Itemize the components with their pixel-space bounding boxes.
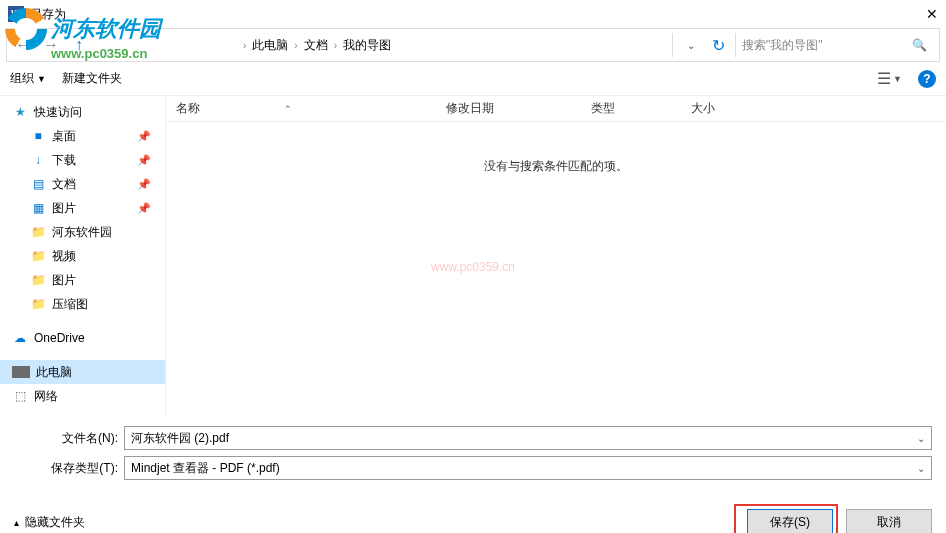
sidebar-item-label: OneDrive xyxy=(34,331,85,345)
sidebar-item[interactable]: 📁河东软件园 xyxy=(0,220,165,244)
column-date[interactable]: 修改日期 xyxy=(436,100,581,117)
folder-icon: ▦ xyxy=(30,200,46,216)
forward-button[interactable]: → xyxy=(39,33,63,57)
help-button[interactable]: ? xyxy=(918,70,936,88)
filetype-select[interactable]: Mindjet 查看器 - PDF (*.pdf) ⌄ xyxy=(124,456,932,480)
view-button[interactable]: ☰ ▼ xyxy=(877,69,902,88)
chevron-down-icon: ▼ xyxy=(37,74,46,84)
sidebar-item[interactable]: 此电脑 xyxy=(0,360,165,384)
sidebar-item-label: 桌面 xyxy=(52,128,76,145)
sidebar-item[interactable]: 📁图片 xyxy=(0,268,165,292)
folder-icon: ↓ xyxy=(30,152,46,168)
sidebar-item[interactable]: ★快速访问 xyxy=(0,100,165,124)
hide-folders-button[interactable]: ▴ 隐藏文件夹 xyxy=(14,514,85,531)
sidebar-item[interactable]: 📁视频 xyxy=(0,244,165,268)
file-list: 名称 ⌃ 修改日期 类型 大小 没有与搜索条件匹配的项。 www.pc0359.… xyxy=(165,96,946,416)
sidebar-item-label: 网络 xyxy=(34,388,58,405)
back-button[interactable]: ← xyxy=(11,33,35,57)
sidebar-item-label: 下载 xyxy=(52,152,76,169)
search-icon: 🔍 xyxy=(912,38,927,52)
sidebar-item[interactable]: 📁压缩图 xyxy=(0,292,165,316)
sidebar-item[interactable]: ☁OneDrive xyxy=(0,326,165,350)
pin-icon: 📌 xyxy=(137,154,151,167)
list-icon: ☰ xyxy=(877,69,891,88)
folder-icon: ☁ xyxy=(12,330,28,346)
sort-indicator-icon: ⌃ xyxy=(284,104,292,114)
footer: ▴ 隐藏文件夹 保存(S) 取消 xyxy=(0,492,946,533)
triangle-icon: ▴ xyxy=(14,517,19,528)
sidebar-item[interactable]: ▤文档📌 xyxy=(0,172,165,196)
folder-icon: 📁 xyxy=(30,224,46,240)
column-name[interactable]: 名称 ⌃ xyxy=(166,100,436,117)
window-title: 另存为 xyxy=(30,6,66,23)
toolbar: 组织 ▼ 新建文件夹 ☰ ▼ ? xyxy=(0,62,946,96)
sidebar-item-label: 压缩图 xyxy=(52,296,88,313)
cancel-button[interactable]: 取消 xyxy=(846,509,932,533)
new-folder-button[interactable]: 新建文件夹 xyxy=(62,70,122,87)
column-size[interactable]: 大小 xyxy=(681,100,761,117)
breadcrumb[interactable]: › 此电脑 › 文档 › 我的导图 xyxy=(95,33,673,57)
folder-icon: 📁 xyxy=(30,272,46,288)
column-headers: 名称 ⌃ 修改日期 类型 大小 xyxy=(166,96,946,122)
highlight-annotation: 保存(S) xyxy=(734,504,838,533)
filetype-label: 保存类型(T): xyxy=(14,460,124,477)
filename-input[interactable]: 河东软件园 (2).pdf ⌄ xyxy=(124,426,932,450)
folder-icon: ★ xyxy=(12,104,28,120)
chevron-down-icon[interactable]: ⌄ xyxy=(917,433,925,444)
sidebar-item-label: 此电脑 xyxy=(36,364,72,381)
folder-icon: ⬚ xyxy=(12,388,28,404)
sidebar-item-label: 河东软件园 xyxy=(52,224,112,241)
pin-icon: 📌 xyxy=(137,130,151,143)
search-input[interactable]: 搜索"我的导图" 🔍 xyxy=(735,33,935,57)
fields-area: 文件名(N): 河东软件园 (2).pdf ⌄ 保存类型(T): Mindjet… xyxy=(0,416,946,492)
sidebar-item-label: 图片 xyxy=(52,272,76,289)
folder-icon: 📁 xyxy=(30,248,46,264)
chevron-right-icon: › xyxy=(292,40,299,51)
breadcrumb-item[interactable]: 此电脑 xyxy=(248,37,292,54)
sidebar-item-label: 视频 xyxy=(52,248,76,265)
sidebar-item[interactable]: ▦图片📌 xyxy=(0,196,165,220)
breadcrumb-dropdown[interactable]: ⌄ xyxy=(681,40,701,51)
filename-label: 文件名(N): xyxy=(14,430,124,447)
chevron-down-icon: ▼ xyxy=(893,74,902,84)
search-placeholder: 搜索"我的导图" xyxy=(742,37,823,54)
sidebar-item[interactable]: ↓下载📌 xyxy=(0,148,165,172)
sidebar-item[interactable]: ⬚网络 xyxy=(0,384,165,408)
chevron-right-icon: › xyxy=(332,40,339,51)
refresh-button[interactable]: ↻ xyxy=(705,36,731,55)
titlebar: W 另存为 ✕ xyxy=(0,0,946,28)
pin-icon: 📌 xyxy=(137,202,151,215)
folder-icon: 📁 xyxy=(30,296,46,312)
sidebar-item[interactable]: ■桌面📌 xyxy=(0,124,165,148)
address-bar: ← → ↑ › 此电脑 › 文档 › 我的导图 ⌄ ↻ 搜索"我的导图" 🔍 xyxy=(6,28,940,62)
sidebar-item-label: 文档 xyxy=(52,176,76,193)
save-button[interactable]: 保存(S) xyxy=(747,509,833,533)
folder-icon: ▤ xyxy=(30,176,46,192)
breadcrumb-item[interactable]: 我的导图 xyxy=(339,37,395,54)
sidebar-item-label: 快速访问 xyxy=(34,104,82,121)
close-button[interactable]: ✕ xyxy=(926,6,938,22)
column-type[interactable]: 类型 xyxy=(581,100,681,117)
sidebar-item-label: 图片 xyxy=(52,200,76,217)
organize-button[interactable]: 组织 ▼ xyxy=(10,70,46,87)
folder-icon xyxy=(12,366,30,378)
breadcrumb-item[interactable]: 文档 xyxy=(300,37,332,54)
empty-message: 没有与搜索条件匹配的项。 xyxy=(166,122,946,416)
folder-icon: ■ xyxy=(30,128,46,144)
chevron-down-icon[interactable]: ⌄ xyxy=(917,463,925,474)
chevron-right-icon: › xyxy=(241,40,248,51)
pin-icon: 📌 xyxy=(137,178,151,191)
app-icon: W xyxy=(8,6,24,22)
sidebar: ★快速访问■桌面📌↓下载📌▤文档📌▦图片📌📁河东软件园📁视频📁图片📁压缩图☁On… xyxy=(0,96,165,416)
up-button[interactable]: ↑ xyxy=(67,33,91,57)
